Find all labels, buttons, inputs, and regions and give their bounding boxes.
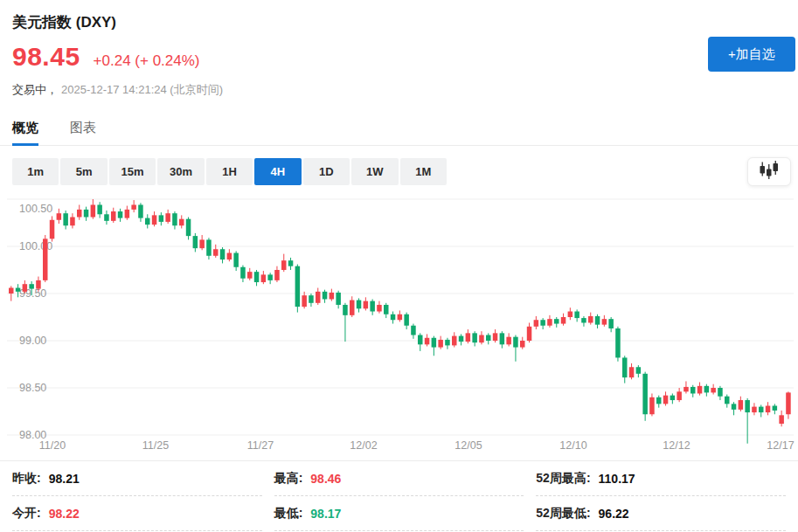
candle-body (9, 288, 14, 294)
stat-value: 98.21 (49, 472, 80, 486)
candle-body (711, 388, 716, 392)
candle-body (602, 319, 607, 324)
stat-label: 52周最高: (536, 471, 590, 487)
candle-body (364, 301, 369, 309)
candle-body (547, 319, 552, 326)
candle-body (677, 391, 682, 400)
candle-body (759, 407, 764, 412)
candle-body (186, 219, 191, 236)
candle-body (131, 204, 136, 209)
candle-body (732, 404, 737, 409)
candle-body (165, 213, 170, 222)
price-row: 98.45 +0.24 (+ 0.24%) (12, 42, 200, 72)
chart-type-button[interactable] (747, 157, 791, 186)
candle-body (336, 293, 341, 305)
candle-body (227, 253, 232, 260)
x-axis-label: 11/27 (247, 439, 274, 452)
candle-body (233, 253, 239, 267)
candle-body (459, 336, 464, 342)
x-axis-label: 11/20 (39, 439, 66, 452)
candle-body (309, 295, 314, 303)
candle-body (554, 319, 559, 323)
candle-body (540, 320, 545, 325)
candle-body (486, 335, 491, 341)
candle-body (506, 337, 511, 345)
candle-body (725, 397, 730, 404)
stat-value: 98.46 (310, 472, 341, 486)
candle-body (193, 236, 198, 248)
stat-label: 52周最低: (536, 506, 590, 522)
candle-body (370, 301, 375, 312)
candle-body (91, 204, 96, 217)
price-change: +0.24 (+ 0.24%) (94, 52, 200, 70)
candle-body (125, 210, 130, 218)
price-chart[interactable]: 100.50100.0099.5099.0098.5098.0011/2011/… (0, 194, 798, 456)
candle-body (152, 215, 157, 225)
timeframe-button[interactable]: 15m (109, 158, 156, 185)
candle-body (391, 314, 396, 320)
candle-body (57, 213, 62, 220)
candle-body (786, 392, 791, 414)
candle-body (29, 284, 34, 288)
candle-body (206, 239, 212, 255)
stat-item: 今开:98.22 (12, 496, 262, 531)
candle-body (213, 249, 219, 256)
candle-body (398, 314, 403, 320)
y-axis-label: 100.00 (19, 240, 52, 252)
candle-body (330, 293, 335, 300)
stat-item: 52周最低:96.22 (536, 496, 786, 531)
current-price: 98.45 (12, 42, 80, 72)
timeframe-button[interactable]: 4H (254, 158, 301, 185)
stat-label: 最高: (274, 471, 303, 487)
timeframe-button[interactable]: 1M (400, 158, 447, 185)
candle-body (629, 367, 635, 377)
candle-body (649, 397, 655, 414)
candle-body (159, 215, 164, 222)
y-axis-label: 100.50 (19, 203, 52, 215)
candle-body (111, 211, 116, 221)
timeframe-button[interactable]: 1W (351, 158, 398, 185)
candle-body (595, 316, 600, 325)
candle-body (766, 406, 771, 413)
candle-body (404, 314, 409, 326)
timeframe-button[interactable]: 5m (60, 158, 107, 185)
tab-bar: 概览图表 (0, 117, 798, 146)
x-axis-label: 12/10 (559, 439, 586, 452)
candle-body (690, 387, 696, 394)
stat-item: 最高:98.46 (274, 461, 524, 496)
stat-item: 昨收:98.21 (12, 461, 262, 496)
candle-body (581, 318, 586, 322)
candle-body (261, 274, 267, 282)
candle-body (240, 267, 246, 279)
candle-body (425, 338, 430, 345)
candle-body (254, 272, 260, 282)
timeframe-button[interactable]: 1m (12, 158, 59, 185)
candle-body (493, 333, 498, 341)
candle-body (357, 301, 362, 309)
stat-label: 昨收: (12, 471, 41, 487)
candle-body (561, 317, 566, 324)
candle-body (350, 301, 355, 315)
timeframe-button[interactable]: 1D (303, 158, 350, 185)
candle-body (500, 333, 505, 344)
candle-body (479, 335, 484, 343)
candle-body (642, 374, 648, 414)
add-watchlist-button[interactable]: +加自选 (708, 37, 795, 72)
candle-body (622, 357, 628, 377)
dxy-quote-page: { "colors": { "up": "#f1434b", "down": "… (0, 0, 798, 532)
candle-body (77, 210, 82, 218)
tab-item[interactable]: 图表 (70, 117, 96, 146)
timeframe-button[interactable]: 1H (206, 158, 253, 185)
candle-body (247, 272, 253, 279)
quote-stats: 昨收:98.21最高:98.4652周最高:110.17今开:98.22最低:9… (0, 460, 798, 531)
candle-body (779, 415, 784, 424)
candle-body (281, 260, 287, 270)
candle-body (302, 295, 307, 307)
candle-body (670, 396, 676, 400)
candle-body (752, 407, 757, 412)
tab-item[interactable]: 概览 (12, 117, 38, 146)
candle-body (118, 211, 123, 218)
candle-body (745, 400, 750, 412)
status-row: 交易中， 2025-12-17 14:21:24 (北京时间) (12, 82, 223, 98)
timeframe-button[interactable]: 30m (157, 158, 204, 185)
